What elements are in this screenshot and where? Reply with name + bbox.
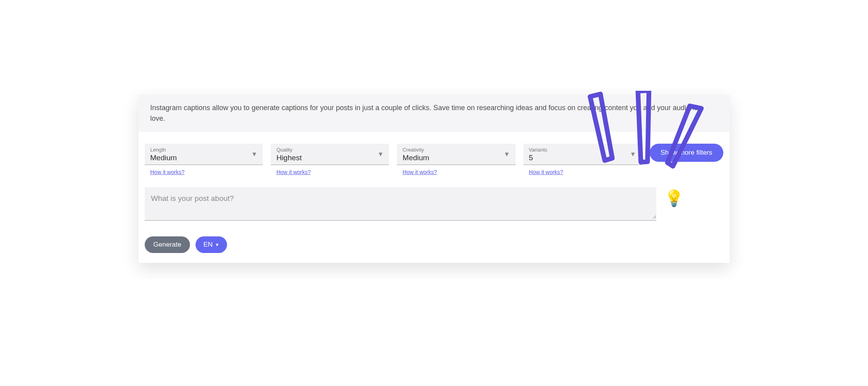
filter-creativity: Creativity Medium ▼ How it works?	[397, 144, 515, 175]
quality-help-link[interactable]: How it works?	[276, 169, 389, 175]
length-help-link[interactable]: How it works?	[150, 169, 263, 175]
chevron-down-icon: ▼	[215, 242, 220, 247]
quality-label: Quality	[276, 147, 384, 153]
generate-button[interactable]: Generate	[145, 236, 190, 253]
chevron-down-icon: ▼	[251, 151, 257, 158]
quality-value: Highest	[276, 154, 384, 162]
creativity-select[interactable]: Creativity Medium ▼	[397, 144, 515, 165]
post-about-input[interactable]	[145, 187, 656, 219]
language-label: EN	[203, 241, 213, 249]
lightbulb-icon[interactable]: 💡	[664, 189, 684, 208]
filter-quality: Quality Highest ▼ How it works?	[271, 144, 389, 175]
textarea-wrapper	[145, 187, 656, 221]
length-label: Length	[150, 147, 257, 153]
filter-length: Length Medium ▼ How it works?	[145, 144, 263, 175]
length-value: Medium	[150, 154, 257, 162]
creativity-help-link[interactable]: How it works?	[402, 169, 515, 175]
length-select[interactable]: Length Medium ▼	[145, 144, 263, 165]
creativity-label: Creativity	[402, 147, 510, 153]
chevron-down-icon: ▼	[504, 151, 510, 158]
decoration-burst	[580, 91, 706, 183]
actions-row: Generate EN ▼	[138, 221, 730, 253]
creativity-value: Medium	[402, 154, 510, 162]
language-button[interactable]: EN ▼	[196, 236, 227, 253]
chevron-down-icon: ▼	[378, 151, 384, 158]
quality-select[interactable]: Quality Highest ▼	[271, 144, 389, 165]
